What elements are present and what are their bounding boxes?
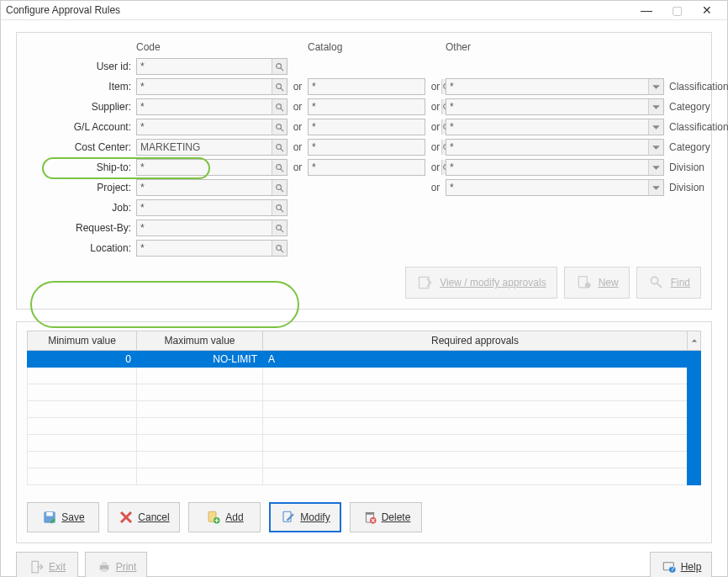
exit-button[interactable]: Exit [16, 552, 78, 577]
col-req[interactable]: Required approvals [263, 331, 688, 351]
input-cost-center-code[interactable] [137, 140, 272, 155]
search-icon[interactable] [272, 220, 287, 236]
scrollbar-track[interactable] [688, 351, 701, 485]
label-cost-center: Cost Center: [27, 141, 136, 153]
chevron-down-icon[interactable] [648, 119, 663, 135]
table-row[interactable] [28, 452, 701, 468]
new-button[interactable]: New [564, 267, 630, 299]
svg-rect-41 [365, 512, 374, 514]
svg-point-0 [277, 63, 282, 68]
modify-label: Modify [300, 511, 330, 523]
input-gl-other[interactable] [446, 119, 648, 135]
input-user-id[interactable] [137, 59, 272, 74]
or-label: or [425, 141, 446, 153]
cell-min: 0 [28, 351, 137, 368]
table-row[interactable]: 0 NO-LIMIT A [28, 351, 701, 368]
save-button[interactable]: Save [27, 502, 99, 532]
close-button[interactable]: ✕ [692, 1, 722, 19]
search-icon[interactable] [272, 200, 287, 215]
input-item-catalog[interactable] [309, 79, 441, 94]
input-supplier-catalog[interactable] [309, 99, 441, 114]
cancel-button[interactable]: Cancel [108, 502, 180, 532]
input-location-code[interactable] [137, 241, 272, 256]
svg-point-28 [277, 245, 282, 250]
search-icon[interactable] [272, 99, 287, 114]
svg-point-32 [584, 283, 590, 288]
col-max[interactable]: Maximum value [137, 331, 263, 351]
svg-point-26 [277, 225, 282, 230]
svg-point-33 [651, 277, 657, 283]
field-item-other [446, 78, 664, 95]
chevron-down-icon[interactable] [648, 79, 663, 94]
svg-rect-36 [47, 512, 54, 516]
table-button-row: Save Cancel Add Modify Delete [27, 502, 701, 532]
svg-line-25 [281, 209, 283, 211]
svg-line-15 [281, 148, 283, 151]
input-request-by-code[interactable] [137, 220, 272, 236]
label-gl-account: G/L Account: [27, 121, 136, 133]
search-icon[interactable] [272, 119, 287, 135]
pencil-icon [280, 509, 297, 526]
maximize-button[interactable]: ▢ [662, 1, 692, 19]
window-title: Configure Approval Rules [6, 4, 631, 16]
printer-icon [96, 558, 113, 575]
field-job-code [136, 199, 288, 216]
label-location: Location: [27, 242, 136, 254]
label-job: Job: [27, 202, 136, 214]
view-modify-approvals-button[interactable]: View / modify approvals [405, 267, 557, 299]
search-icon[interactable] [272, 79, 287, 94]
input-ship-to-other[interactable] [446, 160, 648, 175]
delete-button[interactable]: Delete [350, 502, 422, 532]
field-cost-center-code [136, 139, 288, 156]
table-row[interactable] [28, 368, 701, 384]
table-row[interactable] [28, 401, 701, 418]
table-row[interactable] [28, 435, 701, 452]
field-gl-other [446, 119, 664, 135]
input-project-other[interactable] [446, 180, 648, 195]
minimize-button[interactable]: — [631, 1, 662, 19]
input-project-code[interactable] [137, 180, 272, 195]
input-item-code[interactable] [137, 79, 272, 94]
input-supplier-code[interactable] [137, 99, 272, 114]
table-row[interactable] [28, 468, 701, 485]
search-icon[interactable] [272, 180, 287, 195]
search-icon[interactable] [272, 241, 287, 256]
input-item-other[interactable] [446, 79, 648, 94]
input-gl-catalog[interactable] [309, 119, 441, 135]
search-icon[interactable] [272, 160, 287, 175]
cell-req: A [263, 351, 688, 368]
svg-text:?: ? [670, 564, 674, 573]
col-min[interactable]: Minimum value [28, 331, 137, 351]
add-button[interactable]: Add [188, 502, 261, 532]
print-button[interactable]: Print [85, 552, 147, 577]
input-cost-center-catalog[interactable] [309, 140, 441, 155]
chevron-down-icon[interactable] [648, 180, 663, 195]
class-gl: Classification [664, 121, 728, 133]
find-button[interactable]: Find [636, 267, 701, 299]
input-ship-to-catalog[interactable] [309, 160, 441, 175]
svg-point-18 [277, 164, 282, 169]
footer: Exit Print ? Help [1, 552, 727, 577]
modify-button[interactable]: Modify [269, 502, 341, 532]
class-ship-to: Division [664, 161, 728, 173]
or-label: or [288, 161, 308, 173]
help-button[interactable]: ? Help [650, 552, 712, 577]
input-ship-to-code[interactable] [137, 160, 272, 175]
scroll-up[interactable] [688, 331, 701, 351]
table-row[interactable] [28, 418, 701, 435]
or-label: or [425, 161, 446, 173]
input-supplier-other[interactable] [446, 99, 648, 114]
chevron-down-icon[interactable] [648, 160, 663, 175]
field-request-by-code [136, 220, 288, 236]
label-ship-to: Ship-to: [27, 161, 136, 173]
chevron-down-icon[interactable] [648, 99, 663, 114]
titlebar: Configure Approval Rules — ▢ ✕ [1, 1, 727, 20]
chevron-down-icon[interactable] [648, 140, 663, 155]
input-gl-code[interactable] [137, 119, 272, 135]
input-cost-center-other[interactable] [446, 140, 648, 155]
input-job-code[interactable] [137, 200, 272, 215]
table-row[interactable] [28, 384, 701, 401]
svg-line-29 [281, 249, 283, 251]
search-icon[interactable] [272, 59, 287, 74]
search-icon[interactable] [272, 140, 287, 155]
